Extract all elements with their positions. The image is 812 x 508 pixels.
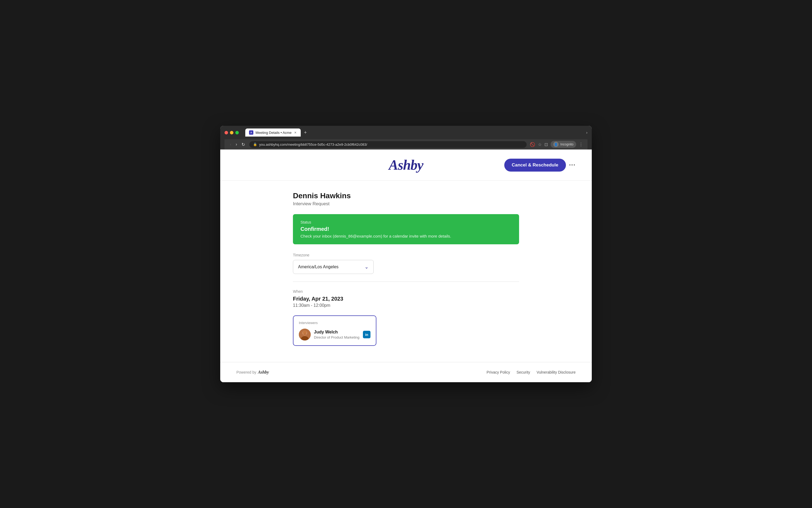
back-button[interactable]: ‹ — [229, 141, 232, 147]
cancel-reschedule-button[interactable]: Cancel & Reschedule — [504, 159, 566, 172]
privacy-policy-link[interactable]: Privacy Policy — [487, 370, 510, 374]
tab-close-button[interactable]: × — [294, 130, 297, 135]
lock-icon: 🔒 — [253, 142, 257, 146]
interviewer-name: Judy Welch — [314, 330, 360, 335]
chevron-down-icon: ⌄ — [365, 264, 369, 270]
maximize-window-button[interactable] — [235, 131, 239, 134]
header-actions: Cancel & Reschedule ··· — [504, 159, 576, 172]
meeting-time: 11:30am - 12:00pm — [293, 303, 519, 308]
split-screen-icon[interactable]: ⊡ — [544, 142, 548, 147]
timezone-label: Timezone — [293, 253, 519, 257]
linkedin-link[interactable]: in — [363, 331, 370, 338]
powered-by-label: Powered by — [236, 370, 256, 374]
interview-type: Interview Request — [293, 201, 519, 207]
svg-point-3 — [303, 331, 307, 334]
browser-window: A Meeting Details • Acme × + › ‹ › ↻ 🔒 y… — [220, 126, 592, 382]
forward-button[interactable]: › — [234, 141, 238, 147]
when-label: When — [293, 289, 519, 294]
minimize-window-button[interactable] — [230, 131, 233, 134]
window-controls — [225, 131, 239, 134]
browser-titlebar: A Meeting Details • Acme × + › — [225, 128, 587, 139]
status-confirmed-text: Confirmed! — [301, 226, 511, 232]
powered-by: Powered by Ashby — [236, 370, 269, 375]
page-content: Ashby Cancel & Reschedule ··· Dennis Haw… — [220, 150, 592, 382]
address-bar: ‹ › ↻ 🔒 you.ashbyhq.com/meeting/bb8755ce… — [225, 139, 587, 150]
page-footer: Powered by Ashby Privacy Policy Security… — [220, 362, 592, 382]
security-link[interactable]: Security — [516, 370, 530, 374]
browser-menu-button[interactable]: ⋮ — [579, 142, 583, 147]
status-description: Check your inbox (dennis_86@example.com)… — [301, 234, 511, 239]
more-menu-button[interactable]: ··· — [569, 162, 576, 169]
candidate-name: Dennis Hawkins — [293, 192, 519, 200]
powered-by-ashby-logo: Ashby — [258, 370, 269, 375]
incognito-badge[interactable]: 👤 Incognito — [551, 141, 576, 148]
footer-links: Privacy Policy Security Vulnerability Di… — [487, 370, 576, 374]
ashby-logo: Ashby — [389, 157, 423, 173]
interviewers-label: Interviewers — [299, 321, 370, 325]
incognito-avatar: 👤 — [553, 142, 559, 147]
interviewer-card: Interviewers Judy Welch Director — [293, 315, 376, 346]
main-content: Dennis Hawkins Interview Request Status … — [277, 181, 535, 362]
section-divider — [293, 282, 519, 282]
interviewer-details: Judy Welch Director of Product Marketing — [314, 330, 360, 339]
meeting-date: Friday, Apr 21, 2023 — [293, 296, 519, 302]
tab-favicon: A — [249, 130, 253, 135]
browser-actions: 🚫 ☆ ⊡ 👤 Incognito ⋮ — [530, 141, 583, 148]
camera-blocked-icon: 🚫 — [530, 142, 535, 147]
status-card: Status Confirmed! Check your inbox (denn… — [293, 214, 519, 244]
new-tab-button[interactable]: + — [303, 129, 308, 136]
nav-buttons: ‹ › ↻ — [229, 141, 246, 147]
timezone-section: Timezone America/Los Angeles ⌄ — [293, 253, 519, 274]
reload-button[interactable]: ↻ — [240, 141, 246, 147]
timezone-value: America/Los Angeles — [298, 264, 339, 269]
tab-bar: A Meeting Details • Acme × + › — [245, 128, 587, 136]
close-window-button[interactable] — [225, 131, 228, 134]
status-label: Status — [301, 220, 511, 224]
url-bar[interactable]: 🔒 you.ashbyhq.com/meeting/bb8755ce-5d5c-… — [249, 141, 527, 148]
site-header: Ashby Cancel & Reschedule ··· — [220, 150, 592, 181]
active-tab[interactable]: A Meeting Details • Acme × — [245, 128, 301, 136]
vulnerability-disclosure-link[interactable]: Vulnerability Disclosure — [537, 370, 576, 374]
tab-title: Meeting Details • Acme — [256, 131, 291, 135]
tab-scroll-right[interactable]: › — [586, 130, 587, 135]
interviewer-avatar — [299, 329, 311, 340]
interviewer-info: Judy Welch Director of Product Marketing… — [299, 329, 370, 340]
when-section: When Friday, Apr 21, 2023 11:30am - 12:0… — [293, 289, 519, 308]
bookmark-icon[interactable]: ☆ — [538, 142, 542, 147]
timezone-select[interactable]: America/Los Angeles ⌄ — [293, 260, 374, 274]
incognito-label: Incognito — [560, 142, 574, 146]
url-text: you.ashbyhq.com/meeting/bb8755ce-5d5c-42… — [259, 142, 523, 146]
interviewer-title: Director of Product Marketing — [314, 335, 360, 339]
browser-chrome: A Meeting Details • Acme × + › ‹ › ↻ 🔒 y… — [220, 126, 592, 150]
